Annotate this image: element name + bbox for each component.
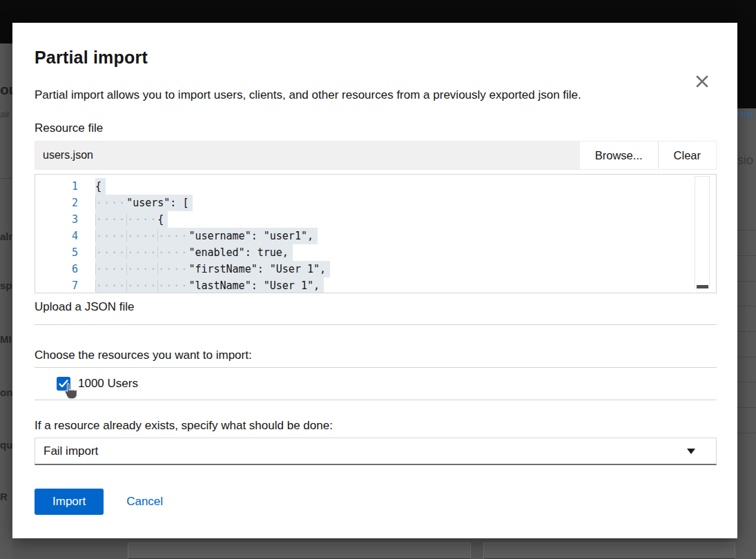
whitespace-dots: ····	[95, 197, 126, 209]
modal-description: Partial import allows you to import user…	[35, 87, 717, 103]
selected-code-text: ····"users": [	[95, 195, 193, 211]
code-text: {	[157, 213, 164, 226]
upload-helper-text: Upload a JSON file	[35, 300, 717, 315]
users-checkbox[interactable]	[57, 377, 70, 391]
whitespace-dots: ····	[126, 280, 157, 292]
code-line: 3········{	[35, 211, 716, 228]
code-line: 2····"users": [	[35, 195, 716, 211]
background-text-fragment: sio	[737, 153, 753, 168]
import-button[interactable]: Import	[35, 489, 104, 515]
divider	[35, 400, 717, 400]
conflict-policy-select[interactable]: Fail import	[35, 438, 717, 465]
background-input-fragment	[128, 542, 471, 559]
divider	[35, 324, 717, 325]
close-button[interactable]	[695, 74, 710, 89]
background-text-fragment: qu	[0, 439, 12, 451]
line-number: 6	[35, 261, 78, 277]
modal-actions: Import Cancel	[35, 489, 717, 515]
json-code-editor[interactable]: 1{2····"users": [3········{4············…	[35, 174, 717, 293]
background-text-fragment: spl	[0, 280, 12, 291]
code-line: 6············"firstName": "User 1",	[35, 261, 716, 277]
check-icon	[59, 380, 68, 388]
selected-code-text: {	[95, 178, 106, 195]
file-name-value[interactable]: users.json	[35, 141, 580, 169]
clear-button[interactable]: Clear	[659, 141, 716, 169]
screen: ou alr aln spl MI ont qu R ore sio Parti…	[0, 0, 756, 559]
background-row-divider	[736, 230, 756, 231]
background-masthead-right	[736, 0, 756, 108]
whitespace-dots: ····	[157, 263, 188, 275]
whitespace-dots: ····	[157, 246, 188, 259]
selected-option: Fail import	[43, 444, 98, 458]
cancel-link[interactable]: Cancel	[126, 495, 163, 509]
background-row-divider	[736, 433, 756, 433]
background-row-divider	[736, 281, 756, 282]
line-number: 1	[35, 178, 78, 195]
code-text: "username": "user1",	[188, 230, 313, 242]
code-line: 4············"username": "user1",	[35, 228, 716, 244]
selected-code-text: ············"lastName": "User 1",	[95, 277, 324, 293]
background-page-bottom-edge	[12, 538, 736, 559]
selected-code-text: ············"enabled": true,	[95, 244, 293, 261]
chevron-down-icon	[687, 449, 695, 454]
background-text-fragment: alr	[0, 109, 10, 119]
whitespace-dots: ····	[126, 230, 157, 242]
modal-title: Partial import	[35, 47, 717, 68]
background-text-fragment: aln	[0, 231, 12, 242]
users-resource-row: 1000 Users	[35, 368, 717, 400]
background-text-fragment: ont	[0, 386, 12, 398]
code-lines: 1{2····"users": [3········{4············…	[35, 175, 716, 293]
editor-scrollbar-thumb[interactable]	[697, 285, 708, 288]
code-line: 7············"lastName": "User 1",	[35, 277, 716, 293]
background-text-fragment: ou	[0, 81, 12, 98]
code-text: "firstName": "User 1",	[188, 263, 326, 275]
code-line: 5············"enabled": true,	[35, 244, 716, 261]
code-text: "enabled": true,	[188, 246, 289, 259]
background-text-fragment: R	[0, 491, 8, 502]
whitespace-dots: ····	[95, 280, 126, 292]
selected-code-text: ············"firstName": "User 1",	[95, 261, 330, 277]
close-icon	[695, 74, 710, 89]
choose-resources-label: Choose the resources you want to import:	[35, 348, 717, 363]
background-input-fragment	[483, 542, 735, 559]
code-text: "lastName": "User 1",	[188, 280, 320, 292]
browse-button[interactable]: Browse...	[580, 141, 658, 169]
background-row-divider	[736, 331, 756, 332]
resource-file-label: Resource file	[35, 121, 717, 136]
whitespace-dots: ····	[95, 246, 126, 259]
background-row-divider	[736, 382, 756, 382]
background-row-divider	[736, 255, 756, 256]
background-link-fragment: ore	[737, 108, 753, 121]
whitespace-dots: ····	[95, 230, 126, 242]
editor-scrollbar-track[interactable]	[695, 176, 710, 288]
conflict-policy-label: If a resource already exists, specify wh…	[35, 418, 717, 433]
whitespace-dots: ····	[157, 280, 188, 292]
users-checkbox-label: 1000 Users	[78, 377, 138, 391]
line-number: 2	[35, 195, 78, 211]
line-number: 5	[35, 244, 78, 261]
selected-code-text: ············"username": "user1",	[95, 228, 318, 244]
file-upload-field: users.json Browse... Clear	[35, 141, 717, 170]
code-text: {	[95, 180, 101, 193]
whitespace-dots: ····	[95, 263, 126, 275]
line-number: 7	[35, 277, 78, 293]
code-line: 1{	[35, 178, 716, 195]
line-number: 4	[35, 228, 78, 244]
whitespace-dots: ····	[126, 213, 157, 226]
background-page-left-edge: ou alr aln spl MI ont qu R	[0, 43, 12, 559]
partial-import-modal: Partial import Partial import allows you…	[12, 23, 737, 538]
background-divider	[0, 178, 12, 179]
background-text-fragment: MI	[0, 333, 12, 345]
whitespace-dots: ····	[95, 213, 126, 226]
background-row-divider	[736, 306, 756, 306]
selected-code-text: ········{	[95, 211, 168, 228]
background-page-right-edge: ore sio	[736, 108, 756, 559]
whitespace-dots: ····	[126, 246, 157, 259]
background-row-divider	[736, 357, 756, 357]
whitespace-dots: ····	[126, 263, 157, 275]
line-number: 3	[35, 211, 78, 228]
background-row-divider	[736, 407, 756, 408]
whitespace-dots: ····	[157, 230, 188, 242]
code-text: "users": [	[126, 197, 188, 209]
